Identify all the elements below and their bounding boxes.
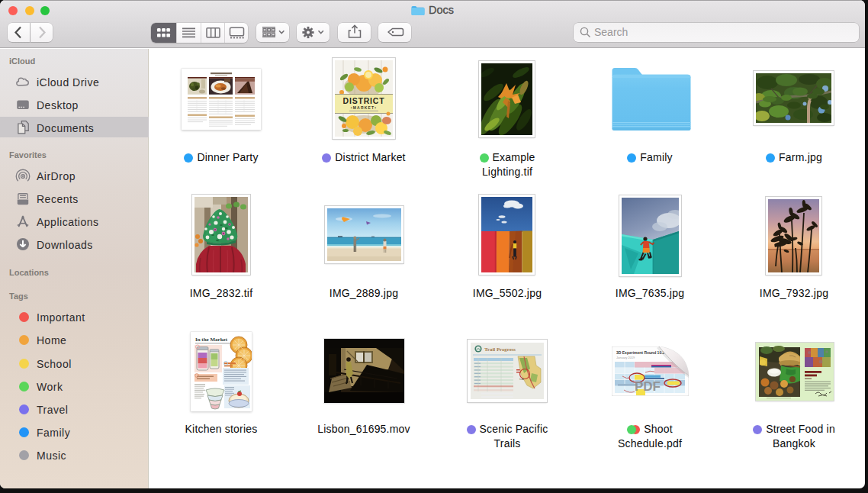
svg-text:3D Experiment Round 10.2: 3D Experiment Round 10.2 [616,350,665,355]
svg-text:CA: CA [519,377,524,381]
svg-text:January 2019: January 2019 [616,356,635,359]
svg-text:•MARKET•: •MARKET• [351,105,378,110]
svg-text:DISTRICT: DISTRICT [343,96,385,105]
svg-text:PDF: PDF [635,379,661,394]
svg-text:In the Market: In the Market [195,337,228,343]
svg-text:Trail Progress: Trail Progress [484,346,516,352]
